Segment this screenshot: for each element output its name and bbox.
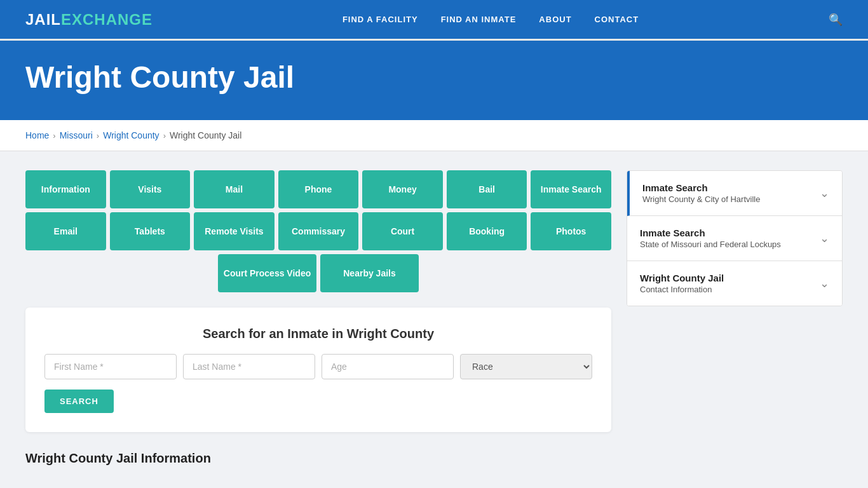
- search-button[interactable]: SEARCH: [44, 390, 114, 413]
- breadcrumb-sep: ›: [163, 131, 166, 140]
- breadcrumb-missouri[interactable]: Missouri: [60, 130, 93, 140]
- main-content: InformationVisitsMailPhoneMoneyBailInmat…: [0, 151, 868, 485]
- btn-court[interactable]: Court: [362, 212, 443, 250]
- btn-information[interactable]: Information: [25, 170, 106, 208]
- navbar: JAILEXCHANGE FIND A FACILITYFIND AN INMA…: [0, 0, 868, 41]
- btn-commissary[interactable]: Commissary: [278, 212, 359, 250]
- btn-visits[interactable]: Visits: [110, 170, 191, 208]
- page-title: Wright County Jail: [25, 60, 843, 95]
- search-heading: Search for an Inmate in Wright County: [44, 327, 592, 341]
- nav-link-find-inmate[interactable]: FIND AN INMATE: [441, 15, 517, 24]
- breadcrumb-current: Wright County Jail: [170, 130, 241, 140]
- last-name-input[interactable]: [183, 354, 315, 379]
- search-fields: RaceWhiteBlackHispanicAsianOther: [44, 354, 592, 379]
- button-grid-row1: InformationVisitsMailPhoneMoneyBailInmat…: [25, 170, 611, 208]
- nav-link-about[interactable]: ABOUT: [539, 15, 571, 24]
- btn-inmate-search[interactable]: Inmate Search: [531, 170, 611, 208]
- breadcrumb-home[interactable]: Home: [25, 130, 49, 140]
- first-name-input[interactable]: [44, 354, 177, 379]
- right-sidebar: Inmate SearchWright County & City of Har…: [627, 170, 843, 306]
- section-heading: Wright County Jail Information: [25, 445, 611, 466]
- search-icon[interactable]: 🔍: [829, 13, 843, 27]
- btn-court-process-video[interactable]: Court Process Video: [218, 254, 316, 292]
- btn-tablets[interactable]: Tablets: [110, 212, 191, 250]
- chevron-down-icon: ⌄: [820, 186, 829, 200]
- sidebar-item-title: Inmate Search: [640, 227, 781, 238]
- sidebar-item-subtitle: Wright County & City of Hartville: [642, 194, 760, 204]
- sidebar-item-inmate-search-missouri[interactable]: Inmate SearchState of Missouri and Feder…: [627, 216, 842, 261]
- chevron-down-icon: ⌄: [820, 231, 829, 245]
- btn-remote-visits[interactable]: Remote Visits: [194, 212, 275, 250]
- btn-nearby-jails[interactable]: Nearby Jails: [320, 254, 419, 292]
- sidebar-item-contact-info[interactable]: Wright County JailContact Information⌄: [627, 261, 842, 306]
- nav-link-contact[interactable]: CONTACT: [595, 15, 639, 24]
- sidebar-item-title: Inmate Search: [642, 182, 760, 193]
- btn-photos[interactable]: Photos: [531, 212, 611, 250]
- age-input[interactable]: [322, 354, 454, 379]
- logo-exchange: EXCHANGE: [61, 11, 153, 29]
- breadcrumb-wright-county[interactable]: Wright County: [103, 130, 159, 140]
- btn-email[interactable]: Email: [25, 212, 106, 250]
- button-grid-row2: EmailTabletsRemote VisitsCommissaryCourt…: [25, 212, 611, 250]
- btn-money[interactable]: Money: [362, 170, 443, 208]
- sidebar-item-subtitle: State of Missouri and Federal Lockups: [640, 240, 781, 249]
- breadcrumb-sep: ›: [53, 131, 55, 140]
- nav-links: FIND A FACILITYFIND AN INMATEABOUTCONTAC…: [342, 15, 639, 24]
- breadcrumb: Home›Missouri›Wright County›Wright Count…: [0, 120, 868, 151]
- btn-phone[interactable]: Phone: [278, 170, 359, 208]
- btn-booking[interactable]: Booking: [447, 212, 527, 250]
- sidebar-item-title: Wright County Jail: [640, 273, 724, 283]
- btn-mail[interactable]: Mail: [194, 170, 275, 208]
- left-column: InformationVisitsMailPhoneMoneyBailInmat…: [25, 170, 611, 466]
- sidebar-item-subtitle: Contact Information: [640, 285, 724, 294]
- btn-bail[interactable]: Bail: [447, 170, 527, 208]
- sidebar-item-inmate-search-wright[interactable]: Inmate SearchWright County & City of Har…: [627, 171, 842, 216]
- button-grid-row3: Court Process VideoNearby Jails: [25, 254, 611, 292]
- nav-link-find-facility[interactable]: FIND A FACILITY: [342, 15, 418, 24]
- site-logo[interactable]: JAILEXCHANGE: [25, 11, 153, 29]
- search-panel: Search for an Inmate in Wright County Ra…: [25, 308, 611, 432]
- logo-jail: JAIL: [25, 11, 61, 29]
- chevron-down-icon: ⌄: [820, 276, 829, 290]
- breadcrumb-sep: ›: [97, 131, 99, 140]
- hero-section: Wright County Jail: [0, 41, 868, 120]
- race-select[interactable]: RaceWhiteBlackHispanicAsianOther: [460, 354, 592, 379]
